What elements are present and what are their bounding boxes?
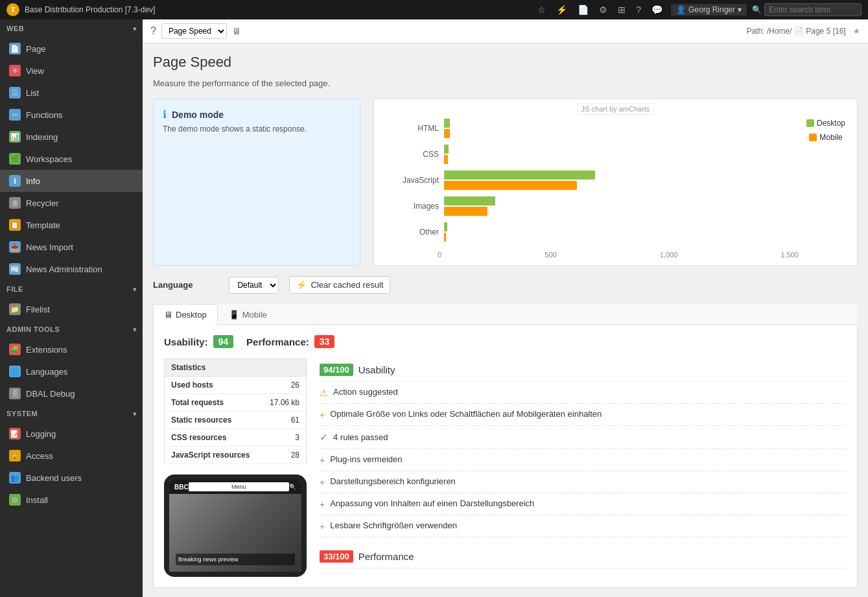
chart-label-images: Images <box>387 202 439 211</box>
grid-icon[interactable]: ⊞ <box>615 3 629 16</box>
question-icon[interactable]: ? <box>633 3 644 16</box>
file-icon[interactable]: 📄 <box>574 3 592 16</box>
rule-item-0[interactable]: + Optimale Größe von Links oder Schaltfl… <box>320 404 847 426</box>
sidebar-item-label-languages: Languages <box>26 367 67 377</box>
sidebar-item-extensions[interactable]: 🧩 Extensions <box>0 338 143 360</box>
sidebar-item-info[interactable]: ℹ Info <box>0 170 143 192</box>
admin-section-label: ADMIN TOOLS <box>6 325 60 333</box>
language-select[interactable]: Default <box>229 277 279 294</box>
sidebar-section-file[interactable]: FILE ▾ <box>0 280 143 298</box>
sidebar-item-backend-users[interactable]: 👥 Backend users <box>0 467 143 489</box>
info-icon: ℹ <box>9 175 21 187</box>
sidebar-item-indexing[interactable]: 📊 Indexing <box>0 126 143 148</box>
action-suggested-item[interactable]: ⚠ Action suggested <box>320 382 847 404</box>
sidebar-item-install[interactable]: ⚙ Install <box>0 489 143 511</box>
file-section-arrow: ▾ <box>133 286 137 293</box>
sidebar-item-recycler[interactable]: 🗑 Recycler <box>0 192 143 214</box>
tab-mobile[interactable]: 📱 Mobile <box>218 304 278 325</box>
sidebar-item-functions[interactable]: ✏ Functions <box>0 104 143 126</box>
chart-x-axis: 05001,0001,500 <box>381 248 799 259</box>
sidebar-item-logging[interactable]: 📝 Logging <box>0 423 143 445</box>
app-logo: T <box>6 3 19 16</box>
functions-icon: ✏ <box>9 109 21 121</box>
gear-icon[interactable]: ⚙ <box>596 3 611 16</box>
tabs: 🖥 Desktop 📱 Mobile <box>153 304 858 325</box>
legend-desktop: Desktop <box>806 119 845 128</box>
page-speed-dropdown[interactable]: Page Speed <box>161 23 227 39</box>
sidebar-section-admin[interactable]: ADMIN TOOLS ▾ <box>0 320 143 338</box>
bar-mobile-images <box>444 207 487 216</box>
user-menu[interactable]: 👤 Georg Ringer ▾ <box>671 4 747 16</box>
language-row: Language Default ⚡ Clear cached result <box>153 276 858 294</box>
sidebar-item-view[interactable]: 👁 View <box>0 60 143 82</box>
rule-item-2[interactable]: + Plug-ins vermeiden <box>320 449 847 471</box>
page-title: Page Speed <box>153 54 858 71</box>
rule-item-5[interactable]: + Lesbare Schriftgrößen verwenden <box>320 515 847 537</box>
tab-desktop[interactable]: 🖥 Desktop <box>153 304 218 325</box>
checkmark-icon: ✓ <box>320 431 328 443</box>
sidebar-item-label-filelist: Filelist <box>26 305 50 314</box>
search-input[interactable] <box>764 3 862 16</box>
x-axis-label: 1,000 <box>660 251 678 259</box>
sidebar-item-filelist[interactable]: 📁 Filelist <box>0 298 143 320</box>
breadcrumb: Path: /Home/ 📄 Page 5 [16] ★ <box>747 27 860 36</box>
sidebar-item-label-dbal: DBAL Debug <box>26 389 75 399</box>
favorite-star-icon[interactable]: ★ <box>853 27 860 36</box>
user-dropdown-icon: ▾ <box>738 5 742 14</box>
user-icon: 👤 <box>676 5 686 14</box>
bolt-icon[interactable]: ⚡ <box>553 3 570 16</box>
warning-icon: ⚠ <box>320 388 328 398</box>
phone-content: Breaking news preview <box>169 494 301 572</box>
phone-screen: BBC Menu 🔍 Breaking news preview <box>169 480 301 572</box>
phone-caption: Breaking news preview <box>176 554 295 565</box>
sidebar-item-access[interactable]: 🔒 Access <box>0 445 143 467</box>
stats-cell-label: Total requests <box>165 394 261 412</box>
sidebar-item-news-admin[interactable]: 📰 News Administration <box>0 258 143 280</box>
sidebar-item-list[interactable]: ☰ List <box>0 82 143 104</box>
rule-item-3[interactable]: + Darstellungsbereich konfigurieren <box>320 471 847 493</box>
stats-cell-label: Static resources <box>165 412 261 429</box>
page-description: Measure the performance of the selected … <box>153 78 858 88</box>
template-icon: 📋 <box>9 219 21 231</box>
stats-row: Static resources 61 <box>165 412 307 429</box>
sidebar-item-page[interactable]: 📄 Page <box>0 38 143 60</box>
topbar: T Base Distribution Production [7.3-dev]… <box>0 0 868 19</box>
sidebar-section-web[interactable]: WEB ▾ <box>0 19 143 38</box>
plus-icon-3: + <box>320 477 325 487</box>
bar-desktop-other <box>444 222 447 231</box>
clear-cache-button[interactable]: ⚡ Clear cached result <box>289 276 390 294</box>
tab-mobile-label: Mobile <box>242 310 267 320</box>
sidebar-item-news-import[interactable]: 📥 News Import <box>0 236 143 258</box>
sidebar-item-label-template: Template <box>26 220 60 230</box>
search-icon: 🔍 <box>752 5 762 14</box>
logging-icon: 📝 <box>9 428 21 439</box>
monitor-tab-icon: 🖥 <box>164 310 172 320</box>
star-icon[interactable]: ☆ <box>534 3 549 16</box>
results-content: Statistics Used hosts 26 Total requests … <box>164 358 847 577</box>
rule-item-4[interactable]: + Anpassung von Inhalten auf einen Darst… <box>320 493 847 515</box>
sidebar-item-label-extensions: Extensions <box>26 345 67 355</box>
view-icon: 👁 <box>9 65 21 76</box>
backendusers-icon: 👥 <box>9 472 21 484</box>
sidebar-item-languages[interactable]: 🌐 Languages <box>0 360 143 382</box>
stats-table: Statistics Used hosts 26 Total requests … <box>164 358 307 464</box>
bar-desktop-css <box>444 145 449 154</box>
rule-text-0: Optimale Größe von Links oder Schaltfläc… <box>330 409 602 419</box>
plus-icon-5: + <box>320 521 325 532</box>
plus-icon-0: + <box>320 410 325 420</box>
file-section-label: FILE <box>6 285 23 293</box>
sidebar-item-template[interactable]: 📋 Template <box>0 214 143 236</box>
sidebar-item-workspaces[interactable]: 🌿 Workspaces <box>0 148 143 170</box>
sidebar-item-label-workspaces: Workspaces <box>26 154 72 164</box>
content-grid: ℹ Demo mode The demo mode shows a static… <box>153 99 858 266</box>
sidebar-item-dbal[interactable]: 🗄 DBAL Debug <box>0 382 143 404</box>
legend-desktop-label: Desktop <box>817 119 845 128</box>
languages-icon: 🌐 <box>9 366 21 377</box>
comment-icon[interactable]: 💬 <box>648 3 666 16</box>
bars-other <box>444 222 792 242</box>
help-icon[interactable]: ? <box>150 25 156 37</box>
sidebar-section-system[interactable]: SYSTEM ▾ <box>0 404 143 423</box>
x-axis-label: 1,500 <box>780 251 799 259</box>
sidebar-item-label-install: Install <box>26 495 48 505</box>
chart-row-css: CSS <box>387 145 792 164</box>
